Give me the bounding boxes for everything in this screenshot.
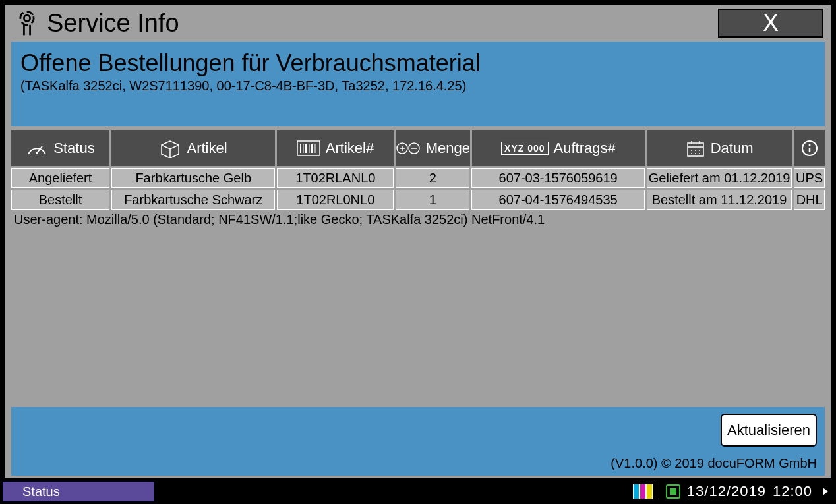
table-cell: 607-03-1576059619: [471, 168, 644, 188]
main-window: Service Info X Offene Bestellungen für V…: [3, 3, 833, 480]
heading-panel: Offene Bestellungen für Verbrauchsmateri…: [11, 42, 825, 126]
refresh-button[interactable]: Aktualisieren: [721, 414, 817, 447]
svg-point-1: [24, 15, 30, 21]
orders-heading: Offene Bestellungen für Verbrauchsmateri…: [20, 49, 816, 77]
table-cell: UPS: [794, 168, 825, 188]
table-cell: Bestellt: [11, 190, 109, 210]
table-body: AngeliefertFarbkartusche Gelb1T02RLANL02…: [11, 166, 825, 210]
svg-point-5: [36, 152, 38, 154]
col-header-artikel[interactable]: Artikel: [111, 130, 275, 166]
table-cell: DHL: [794, 190, 825, 210]
status-time: 12:00: [773, 483, 812, 500]
barcode-icon: [297, 140, 320, 156]
col-label: Artikel#: [326, 140, 374, 157]
svg-point-22: [691, 150, 692, 151]
col-label: Artikel: [187, 140, 227, 157]
table-row[interactable]: BestelltFarbkartusche Schwarz1T02RL0NL01…: [11, 190, 825, 210]
copyright-text: (V1.0.0) © 2019 docuFORM GmbH: [611, 456, 817, 471]
table-cell: Geliefert am 01.12.2019: [647, 168, 792, 188]
page-title: Service Info: [47, 9, 179, 38]
table-cell: 1: [396, 190, 469, 210]
header-left: Service Info: [13, 9, 179, 38]
status-tab[interactable]: Status: [3, 482, 154, 501]
status-label: Status: [22, 484, 60, 499]
svg-point-23: [695, 150, 696, 151]
col-label: Datum: [711, 140, 754, 157]
col-header-auftrag[interactable]: XYZ 000 Auftrags#: [472, 130, 645, 166]
table-row[interactable]: AngeliefertFarbkartusche Gelb1T02RLANL02…: [11, 168, 825, 188]
svg-point-0: [19, 10, 36, 26]
service-icon: [13, 9, 42, 38]
device-info: (TASKalfa 3252ci, W2S7111390, 00-17-C8-4…: [20, 78, 816, 94]
table-cell: Angeliefert: [11, 168, 109, 188]
table-cell: 607-04-1576494535: [471, 190, 644, 210]
svg-point-26: [695, 153, 696, 154]
table-cell: Farbkartusche Schwarz: [111, 190, 275, 210]
col-header-datum[interactable]: Datum: [647, 130, 792, 166]
connection-icon[interactable]: [666, 484, 680, 499]
table-cell: Farbkartusche Gelb: [111, 168, 275, 188]
table-cell: 2: [396, 168, 469, 188]
window-header: Service Info X: [5, 5, 831, 42]
expand-icon[interactable]: [823, 488, 828, 495]
svg-point-29: [808, 144, 810, 146]
order-code-icon: XYZ 000: [501, 142, 548, 155]
toner-level-icon[interactable]: [633, 484, 659, 499]
col-header-artikelnr[interactable]: Artikel#: [277, 130, 394, 166]
orders-table: Status Artikel Artikel# Menge: [11, 130, 825, 210]
col-label: Auftrags#: [554, 140, 616, 157]
gauge-icon: [26, 140, 48, 157]
table-cell: 1T02RL0NL0: [277, 190, 394, 210]
table-cell: 1T02RLANL0: [277, 168, 394, 188]
box-icon: [159, 138, 181, 158]
status-right: 13/12/2019 12:00: [633, 482, 833, 501]
status-date: 13/12/2019: [687, 483, 766, 500]
col-label: Status: [53, 140, 94, 157]
col-header-info[interactable]: [794, 130, 825, 166]
close-icon-label: X: [763, 9, 779, 37]
table-cell: Bestellt am 11.12.2019: [647, 190, 792, 210]
svg-point-25: [691, 153, 692, 154]
footer-panel: Aktualisieren (V1.0.0) © 2019 docuFORM G…: [11, 407, 825, 476]
col-label: Menge: [426, 140, 470, 157]
info-icon: [801, 140, 818, 157]
svg-point-27: [699, 153, 700, 154]
table-header: Status Artikel Artikel# Menge: [11, 130, 825, 166]
status-bar: Status 13/12/2019 12:00: [3, 482, 833, 501]
col-header-menge[interactable]: Menge: [396, 130, 470, 166]
svg-point-24: [699, 150, 700, 151]
user-agent-text: User-agent: Mozilla/5.0 (Standard; NF41S…: [14, 212, 825, 227]
close-button[interactable]: X: [718, 9, 823, 38]
calendar-icon: [686, 139, 705, 157]
plus-minus-icon: [396, 141, 421, 155]
col-header-status[interactable]: Status: [11, 130, 109, 166]
